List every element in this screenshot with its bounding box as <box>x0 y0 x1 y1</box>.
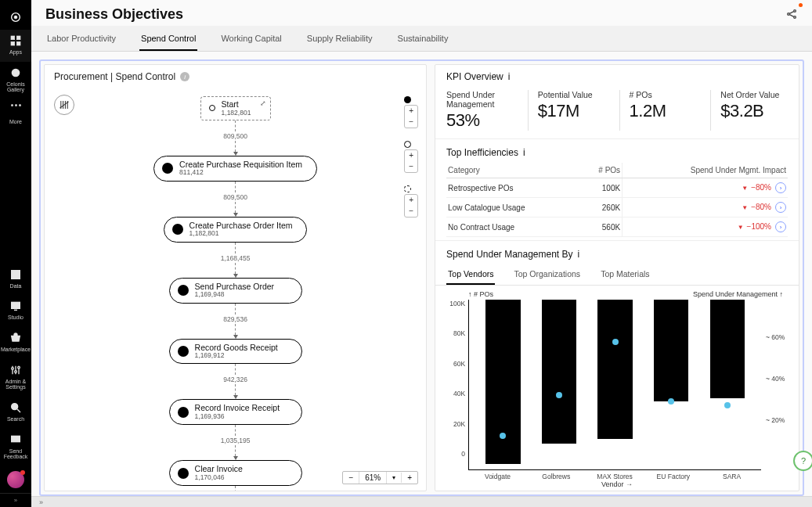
bar-eu-factory[interactable] <box>643 300 699 469</box>
col-pos: # POs <box>580 163 623 178</box>
tab-supply-reliability[interactable]: Supply Reliability <box>305 26 374 51</box>
svg-point-16 <box>18 366 20 369</box>
flow-edge: 829,536 <box>223 304 247 339</box>
x-tick: Voidgate <box>468 470 527 480</box>
kpi-overview-label: KPI Overview <box>446 71 503 82</box>
tool-group-3: + − <box>404 194 418 218</box>
flow-node[interactable]: Record Goods Receipt1,169,912 <box>169 339 302 365</box>
tally-icon[interactable] <box>54 95 74 115</box>
ineff-row[interactable]: Retrospective POs100K▼−80%› <box>446 178 788 198</box>
nav-gallery[interactable]: Celonis Gallery <box>0 62 31 99</box>
scatter-point[interactable] <box>556 392 562 398</box>
share-icon[interactable] <box>785 8 798 22</box>
flow-node[interactable]: Create Purchase Requisition Item811,412 <box>153 156 317 182</box>
info-icon[interactable]: i <box>180 72 189 81</box>
sumb-heading: Spend Under Management By <box>446 249 572 260</box>
flow-edge: 809,500 <box>223 120 247 156</box>
nav-gallery-label: Celonis Gallery <box>0 81 31 93</box>
tool-plus[interactable]: + <box>405 106 417 117</box>
nav-admin[interactable]: Admin & Settings <box>0 359 31 397</box>
svg-rect-9 <box>12 303 20 309</box>
flow-node[interactable]: Record Invoice Receipt1,169,936 <box>169 399 302 425</box>
nav-marketplace[interactable]: Marketplace <box>0 327 31 359</box>
bar-golbrews[interactable] <box>531 300 587 469</box>
nav-more[interactable]: More <box>0 99 31 131</box>
zoom-in[interactable]: + <box>402 472 417 484</box>
flow-node[interactable]: Clear Invoice1,170,046 <box>169 460 302 486</box>
ineff-row[interactable]: No Contract Usage560K▼−100%› <box>446 218 788 237</box>
subtab-top-organizations[interactable]: Top Organizations <box>512 264 582 285</box>
tool-minus-2[interactable]: − <box>405 161 417 172</box>
info-icon[interactable]: i <box>523 147 525 158</box>
tool-minus[interactable]: − <box>405 117 417 128</box>
tool-plus-3[interactable]: + <box>405 195 417 206</box>
svg-line-18 <box>17 409 20 412</box>
drill-in-icon[interactable]: › <box>775 182 786 193</box>
nav-studio-label: Studio <box>8 315 23 321</box>
footer-expand[interactable]: » <box>39 498 43 506</box>
tool-minus-3[interactable]: − <box>405 206 417 217</box>
collapse-icon[interactable]: ⤢ <box>260 99 266 107</box>
bar-max-stores[interactable] <box>587 300 644 469</box>
nav-feedback[interactable]: Send Feedback <box>0 429 31 466</box>
drill-in-icon[interactable]: › <box>775 202 786 213</box>
nav-studio[interactable]: Studio <box>0 295 31 327</box>
svg-point-15 <box>15 370 17 372</box>
tab-working-capital[interactable]: Working Capital <box>219 26 283 51</box>
svg-rect-2 <box>11 36 15 40</box>
tab-spend-control[interactable]: Spend Control <box>139 26 197 51</box>
tool-dashed-dot[interactable] <box>404 185 411 192</box>
x-tick: MAX Stores <box>586 470 644 480</box>
nav-feedback-label: Send Feedback <box>0 448 31 460</box>
chart: ↑ # POs Spend Under Management ↑ 100K80K… <box>435 286 799 491</box>
nav-data[interactable]: Data <box>0 264 31 296</box>
zoom-caret[interactable]: ▾ <box>387 473 402 483</box>
zoom-bar: − 61% ▾ + <box>342 471 418 484</box>
tool-filled-dot[interactable] <box>404 96 411 103</box>
nav-apps[interactable]: Apps <box>0 30 31 62</box>
right-panel: KPI Overview i Spend Under Management53%… <box>435 64 799 491</box>
help-fab[interactable]: ? <box>793 451 812 471</box>
scatter-point[interactable] <box>724 402 731 408</box>
down-caret-icon: ▼ <box>738 224 744 231</box>
flow-start-node[interactable]: Start1,182,801⤢ <box>200 96 271 120</box>
tool-plus-2[interactable]: + <box>405 150 417 161</box>
bar-sara[interactable] <box>699 300 756 469</box>
zoom-out[interactable]: − <box>343 472 359 484</box>
footer-bar: » <box>31 496 812 507</box>
ineff-heading: Top Inefficiencies <box>446 147 518 158</box>
flow-edge: 809,500 <box>223 182 247 217</box>
svg-rect-4 <box>11 41 15 45</box>
flow-node[interactable]: Send Purchase Order1,169,948 <box>169 278 302 304</box>
info-icon[interactable]: i <box>578 249 580 260</box>
inefficiency-table: Category # POs Spend Under Mgmt. Impact … <box>446 163 788 237</box>
nav-search[interactable]: Search <box>0 397 31 429</box>
col-category: Category <box>446 163 580 178</box>
svg-rect-5 <box>16 41 20 45</box>
drill-in-icon[interactable]: › <box>775 221 786 232</box>
kpi-card: Potential Value$17M <box>528 90 605 131</box>
nav-admin-label: Admin & Settings <box>0 379 31 390</box>
subtab-top-vendors[interactable]: Top Vendors <box>446 264 495 285</box>
info-icon[interactable]: i <box>508 71 511 82</box>
nav-marketplace-label: Marketplace <box>1 347 31 353</box>
kpi-card: Net Order Value$3.2B <box>710 90 788 131</box>
flow-node[interactable]: Create Purchase Order Item1,182,801 <box>164 217 308 243</box>
bar-voidgate[interactable] <box>475 300 532 469</box>
kpi-card: Spend Under Management53% <box>446 90 514 131</box>
logo[interactable] <box>0 6 31 30</box>
scatter-point[interactable] <box>500 433 506 439</box>
nav-search-label: Search <box>7 416 24 422</box>
svg-point-1 <box>14 16 17 19</box>
zoom-value: 61% <box>359 472 387 484</box>
avatar[interactable] <box>7 471 24 488</box>
sidebar-expand[interactable]: » <box>0 493 31 507</box>
subtab-top-materials[interactable]: Top Materials <box>599 264 651 285</box>
nav-more-label: More <box>9 119 22 125</box>
tab-labor-productivity[interactable]: Labor Productivity <box>45 26 117 51</box>
tool-hollow-dot[interactable] <box>404 141 411 148</box>
scatter-point[interactable] <box>668 398 674 405</box>
scatter-point[interactable] <box>612 339 619 345</box>
tab-sustainability[interactable]: Sustainability <box>396 26 450 51</box>
ineff-row[interactable]: Low Catalogue Usage260K▼−80%› <box>446 198 788 218</box>
